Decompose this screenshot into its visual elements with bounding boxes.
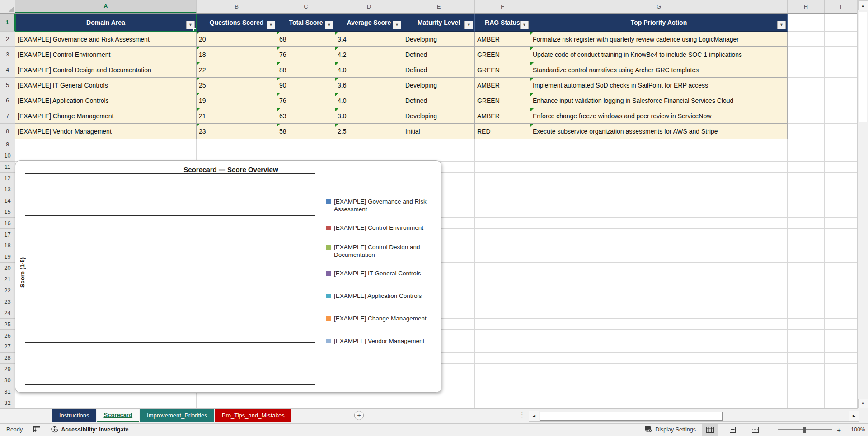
row-header-21[interactable]: 21 bbox=[0, 274, 15, 285]
header-cell-2[interactable]: Questions Scored▼ bbox=[197, 14, 277, 32]
row-header-19[interactable]: 19 bbox=[0, 251, 15, 263]
data-cell[interactable]: AMBER bbox=[475, 108, 530, 124]
empty-cell[interactable] bbox=[530, 162, 788, 173]
data-cell[interactable]: Defined bbox=[403, 93, 475, 108]
data-cell[interactable]: [EXAMPLE] Governance and Risk Assessment bbox=[15, 32, 197, 47]
empty-cell[interactable] bbox=[475, 375, 530, 386]
row-header-12[interactable]: 12 bbox=[0, 173, 15, 184]
empty-cell[interactable] bbox=[530, 229, 788, 240]
row-header-24[interactable]: 24 bbox=[0, 307, 15, 319]
empty-cell[interactable] bbox=[530, 184, 788, 195]
empty-cell[interactable] bbox=[530, 263, 788, 274]
empty-cell[interactable] bbox=[825, 93, 857, 108]
data-cell[interactable]: 4.0 bbox=[335, 93, 403, 108]
filter-dropdown-icon[interactable]: ▼ bbox=[520, 21, 529, 29]
empty-cell[interactable] bbox=[788, 195, 825, 206]
page-break-preview-button[interactable] bbox=[747, 424, 764, 436]
row-header-30[interactable]: 30 bbox=[0, 375, 15, 386]
data-cell[interactable]: 76 bbox=[277, 93, 335, 108]
row-header-29[interactable]: 29 bbox=[0, 364, 15, 375]
empty-cell[interactable] bbox=[825, 108, 857, 124]
empty-cell[interactable] bbox=[788, 285, 825, 297]
empty-cell[interactable] bbox=[788, 47, 825, 62]
data-cell[interactable]: 18 bbox=[197, 47, 277, 62]
empty-cell[interactable] bbox=[475, 341, 530, 353]
empty-cell[interactable] bbox=[788, 14, 825, 32]
empty-cell[interactable] bbox=[197, 397, 277, 408]
filter-dropdown-icon[interactable]: ▼ bbox=[777, 21, 786, 29]
empty-cell[interactable] bbox=[15, 397, 197, 408]
row-header-5[interactable]: 5 bbox=[0, 78, 15, 93]
accessibility-status[interactable]: Accessibility: Investigate bbox=[51, 426, 128, 434]
row-header-6[interactable]: 6 bbox=[0, 93, 15, 108]
row-header-11[interactable]: 11 bbox=[0, 162, 15, 173]
empty-cell[interactable] bbox=[788, 386, 825, 398]
empty-cell[interactable] bbox=[825, 150, 857, 162]
empty-cell[interactable] bbox=[825, 386, 857, 398]
empty-cell[interactable] bbox=[530, 150, 788, 162]
empty-cell[interactable] bbox=[475, 307, 530, 319]
empty-cell[interactable] bbox=[788, 173, 825, 184]
empty-cell[interactable] bbox=[277, 139, 335, 150]
tab-scrollbar-grip[interactable]: ⋮ bbox=[519, 411, 525, 419]
row-header-25[interactable]: 25 bbox=[0, 319, 15, 330]
data-cell[interactable]: Initial bbox=[403, 124, 475, 139]
data-cell[interactable]: 3.4 bbox=[335, 32, 403, 47]
select-all-corner[interactable] bbox=[0, 0, 15, 13]
empty-cell[interactable] bbox=[825, 319, 857, 330]
empty-cell[interactable] bbox=[825, 240, 857, 251]
data-cell[interactable]: 68 bbox=[277, 32, 335, 47]
data-cell[interactable]: 2.5 bbox=[335, 124, 403, 139]
empty-cell[interactable] bbox=[825, 139, 857, 150]
scroll-down-arrow-icon[interactable]: ▼ bbox=[858, 399, 868, 408]
empty-cell[interactable] bbox=[403, 139, 475, 150]
empty-cell[interactable] bbox=[475, 206, 530, 218]
header-cell-5[interactable]: Maturity Level▼ bbox=[403, 14, 475, 32]
row-header-17[interactable]: 17 bbox=[0, 229, 15, 240]
empty-cell[interactable] bbox=[825, 47, 857, 62]
empty-cell[interactable] bbox=[530, 218, 788, 229]
empty-cell[interactable] bbox=[825, 397, 857, 408]
empty-cell[interactable] bbox=[788, 251, 825, 263]
empty-cell[interactable] bbox=[825, 353, 857, 364]
data-cell[interactable]: Implement automated SoD checks in SailPo… bbox=[530, 78, 788, 93]
empty-cell[interactable] bbox=[788, 296, 825, 307]
empty-cell[interactable] bbox=[530, 274, 788, 285]
filter-dropdown-icon[interactable]: ▼ bbox=[267, 21, 275, 29]
empty-cell[interactable] bbox=[475, 296, 530, 307]
empty-cell[interactable] bbox=[475, 319, 530, 330]
empty-cell[interactable] bbox=[475, 229, 530, 240]
empty-cell[interactable] bbox=[825, 206, 857, 218]
empty-cell[interactable] bbox=[475, 251, 530, 263]
empty-cell[interactable] bbox=[475, 397, 530, 408]
data-cell[interactable]: 88 bbox=[277, 62, 335, 78]
data-cell[interactable]: [EXAMPLE] Control Design and Documentati… bbox=[15, 62, 197, 78]
empty-cell[interactable] bbox=[788, 229, 825, 240]
data-cell[interactable]: 58 bbox=[277, 124, 335, 139]
empty-cell[interactable] bbox=[825, 285, 857, 297]
sheet-tab-improvement_priorities[interactable]: Improvement_Priorities bbox=[140, 409, 214, 422]
zoom-slider-handle[interactable] bbox=[803, 427, 806, 433]
empty-cell[interactable] bbox=[475, 195, 530, 206]
empty-cell[interactable] bbox=[788, 62, 825, 78]
row-header-15[interactable]: 15 bbox=[0, 206, 15, 218]
row-header-14[interactable]: 14 bbox=[0, 195, 15, 206]
empty-cell[interactable] bbox=[475, 364, 530, 375]
selection-fill-handle[interactable] bbox=[193, 28, 197, 32]
empty-cell[interactable] bbox=[530, 173, 788, 184]
empty-cell[interactable] bbox=[335, 397, 403, 408]
new-sheet-button[interactable]: + bbox=[354, 411, 364, 420]
empty-cell[interactable] bbox=[788, 330, 825, 341]
empty-cell[interactable] bbox=[788, 184, 825, 195]
empty-cell[interactable] bbox=[825, 162, 857, 173]
empty-cell[interactable] bbox=[530, 251, 788, 263]
scroll-right-arrow-icon[interactable]: ► bbox=[849, 411, 859, 421]
zoom-level[interactable]: 100% bbox=[845, 427, 865, 433]
row-header-7[interactable]: 7 bbox=[0, 108, 15, 124]
sheet-tab-pro_tips_and_mistakes[interactable]: Pro_Tips_and_Mistakes bbox=[215, 409, 291, 422]
chart-object[interactable]: Scorecard — Score Overview Score (1-5) [… bbox=[15, 160, 441, 393]
row-header-28[interactable]: 28 bbox=[0, 353, 15, 364]
empty-cell[interactable] bbox=[277, 397, 335, 408]
empty-cell[interactable] bbox=[788, 32, 825, 47]
empty-cell[interactable] bbox=[788, 78, 825, 93]
